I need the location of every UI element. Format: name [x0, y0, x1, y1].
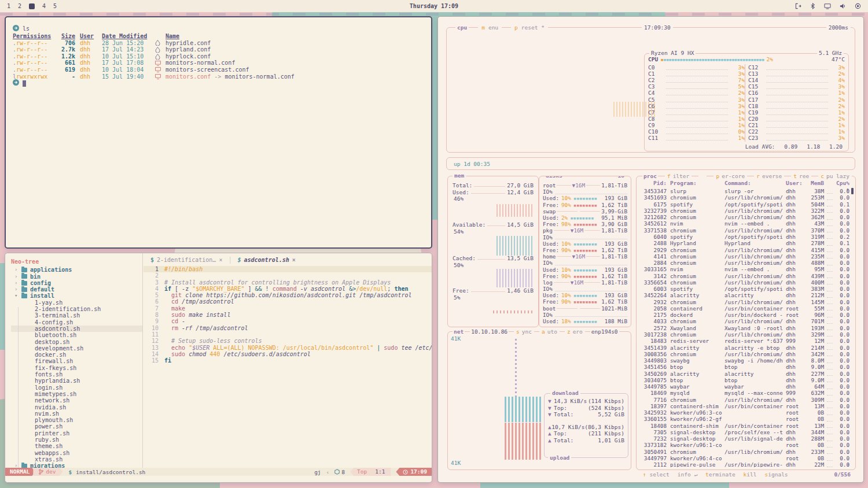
neotree-item[interactable]: mimetypes.sh	[11, 391, 142, 397]
process-row[interactable]: 6003 spotify /opt/spotify/spoti dhh 383M…	[640, 286, 849, 292]
nvim-window[interactable]: Neo-tree › applications › bin	[5, 253, 432, 483]
neotree-item[interactable]: firewall.sh	[11, 358, 142, 364]
neotree-item[interactable]: plymouth.sh	[11, 417, 142, 423]
logout-icon[interactable]	[795, 3, 801, 9]
filter-button[interactable]: filter	[665, 173, 692, 179]
process-row[interactable]: 3356654 chromium /usr/lib/chromium/ dhh …	[640, 279, 849, 286]
close-tab-icon[interactable]: ×	[219, 257, 222, 263]
workspace-3-active[interactable]	[29, 3, 35, 9]
neotree-item[interactable]: network.sh	[11, 397, 142, 404]
kill-button[interactable]: kill	[744, 471, 757, 478]
neotree-item[interactable]: hyprlandia.sh	[11, 378, 142, 384]
process-row[interactable]: 3451439 alacritty alacritty -e btop dhh …	[640, 344, 849, 350]
process-row[interactable]: 3142 chromium /usr/lib/chromium/ dhh 439…	[640, 272, 849, 279]
process-row[interactable]: 3449797 kworker/u96:4-co root 0B 0.0	[640, 455, 849, 461]
process-row[interactable]: 2488 Hyprland Hyprland dhh 278M 0.1	[640, 240, 849, 246]
disk-io-speed[interactable]: ▼16M	[571, 279, 583, 286]
tab-2-identification[interactable]: $ 2-identification… ×	[150, 257, 222, 263]
neotree-item[interactable]: ▾ install	[11, 293, 142, 299]
process-row[interactable]: 3212682 chromium /usr/lib/chromium/ dhh …	[640, 214, 849, 220]
sort-selector[interactable]: cpu lazy	[818, 173, 852, 179]
terminal-window-ls[interactable]: ls Permissions Size User Date Modified N…	[5, 16, 432, 249]
process-row[interactable]: 3373182 kworker/u96:1-co root 0B 0.0	[640, 442, 849, 448]
neotree-item[interactable]: printer.sh	[11, 430, 142, 437]
process-row[interactable]: 18408 containerd-shim /usr/bin/container…	[640, 423, 849, 429]
neotree-item[interactable]: › default	[11, 286, 142, 293]
proc-scrollbar[interactable]	[851, 188, 854, 194]
disk-io-speed[interactable]: ▼16M	[572, 253, 585, 260]
net-interface[interactable]: enp194s0	[590, 328, 619, 335]
refresh-interval[interactable]: 2000ms	[826, 24, 851, 31]
info-button[interactable]: info ↵	[678, 471, 697, 478]
process-row[interactable]: 3451693 chromium /usr/lib/chromium/ dhh …	[640, 194, 849, 201]
neotree-item[interactable]: 3-terminal.sh	[11, 312, 142, 319]
process-row[interactable]: 2572 Xwayland Xwayland :0 -rootl dhh 193…	[640, 325, 849, 331]
prompt-line-empty[interactable]	[13, 80, 431, 87]
process-row[interactable]: 18469 mysqld mysqld --max-conne 999 632M…	[640, 390, 849, 396]
neotree-item[interactable]: login.sh	[11, 385, 142, 391]
process-row[interactable]: 3050491 chromium /usr/lib/chromium/ dhh …	[640, 449, 849, 455]
neotree-item[interactable]: 4-config.sh	[11, 319, 142, 326]
process-row[interactable]: 3453347 slurp slurp -or dhh 38M 0.0	[640, 188, 849, 194]
process-row[interactable]: 3008356 chromium /usr/lib/chromium/ dhh …	[640, 351, 849, 357]
neotree-item[interactable]: fix-fkeys.sh	[11, 365, 142, 371]
power-icon[interactable]	[855, 3, 861, 9]
neotree-item[interactable]: webapps.sh	[11, 450, 142, 456]
neotree-item[interactable]: power.sh	[11, 423, 142, 430]
neotree-item[interactable]: 1-yay.sh	[11, 300, 142, 306]
select-hint[interactable]: ↑ select	[643, 471, 670, 478]
process-row[interactable]: 3449803 swaybg swaybg -i /home/dh dhh 8.…	[640, 357, 849, 364]
process-row[interactable]: 2112 pipewire-pulse /usr/bin/pipewire- d…	[640, 461, 849, 467]
per-core-toggle[interactable]: per-core	[713, 173, 747, 179]
neotree-item[interactable]: xtras.sh	[11, 456, 142, 463]
process-row[interactable]: 2932 chromium /usr/lib/chromium/ dhh 145…	[640, 299, 849, 305]
process-row[interactable]: 6040 spotify /opt/spotify/spoti dhh 319M…	[640, 234, 849, 240]
tree-toggle[interactable]: tree	[791, 173, 811, 179]
preset-button[interactable]: preset *	[511, 24, 548, 31]
process-list[interactable]: 3453347 slurp slurp -or dhh 38M 0.0 3451…	[640, 188, 849, 467]
workspace-2[interactable]: 2	[18, 3, 21, 9]
process-row[interactable]: 3452264 alacritty alacritty dhh 212M 0.0	[640, 292, 849, 298]
process-row[interactable]: 18483 redis-server redis-server *:637 99…	[640, 338, 849, 344]
process-row[interactable]: 2884 chromium /usr/lib/chromium/ dhh 488…	[640, 260, 849, 266]
neotree-item[interactable]: bluetooth.sh	[11, 332, 142, 338]
process-row[interactable]: 3450269 alacritty alacritty dhh 227M 0.0	[640, 370, 849, 376]
process-row[interactable]: 6175 spotify /opt/spotify/spoti dhh 504M…	[640, 201, 849, 208]
neotree-item[interactable]: development.sh	[11, 345, 142, 352]
workspace-4[interactable]: 4	[42, 3, 46, 9]
neotree-item[interactable]: › config	[11, 280, 142, 286]
neotree-item[interactable]: theme.sh	[11, 443, 142, 449]
process-row[interactable]: 18397 containerd-shim /usr/bin/container…	[640, 403, 849, 409]
process-row[interactable]: 3371538 chromium /usr/lib/chromium/ dhh …	[640, 227, 849, 234]
process-row[interactable]: 2175 dockerd /usr/bin/dockerd - root 96M…	[640, 312, 849, 318]
process-row[interactable]: 7305 signal-desktop /proc/self/exe --t d…	[640, 429, 849, 435]
workspace-1[interactable]: 1	[7, 3, 10, 9]
process-row[interactable]: 3449785 waybar waybar dhh 64M 0.0	[640, 383, 849, 390]
neotree-item[interactable]: 2-identification.sh	[11, 306, 142, 312]
process-row[interactable]: 3232739 chromium /usr/lib/chromium/ dhh …	[640, 208, 849, 214]
neotree-item[interactable]: nvidia.sh	[11, 404, 142, 411]
process-row[interactable]: 7716 chromium /usr/lib/chromium/ dhh 309…	[640, 397, 849, 403]
neotree-item[interactable]: asdcontrol.sh	[11, 326, 143, 332]
btop-window[interactable]: cpu menu preset * 17:09:30 2000ms Ryzen …	[437, 16, 864, 483]
process-row[interactable]: 2929 chromium /usr/lib/chromium/ dhh 415…	[640, 246, 849, 253]
neotree-item[interactable]: desktop.sh	[11, 339, 142, 345]
neotree-item[interactable]: ruby.sh	[11, 437, 142, 443]
workspace-5[interactable]: 5	[53, 3, 57, 9]
tab-asdcontrol[interactable]: $ asdcontrol.sh ×	[237, 257, 295, 263]
close-tab-icon[interactable]: ×	[292, 257, 296, 263]
reverse-toggle[interactable]: reverse	[754, 173, 784, 179]
process-row[interactable]: 3425932 kworker/u96:3-co root 0B 0.0	[640, 409, 849, 416]
neotree-item[interactable]: › bin	[11, 273, 142, 280]
neotree-item[interactable]: fonts.sh	[11, 371, 142, 378]
terminate-button[interactable]: terminate	[705, 471, 735, 478]
signals-button[interactable]: signals	[765, 471, 788, 478]
process-row[interactable]: 3452612 nvim nvim --embed . dhh 43M 0.0	[640, 220, 849, 227]
process-row[interactable]: 4033 chromium /usr/lib/chromium/ dhh 701…	[640, 318, 849, 324]
process-row[interactable]: 3451456 btop btop dhh 9.0M 0.0	[640, 364, 849, 370]
process-row[interactable]: 4141 chromium /usr/lib/chromium/ dhh 235…	[640, 253, 849, 260]
neotree-item[interactable]: docker.sh	[11, 352, 142, 358]
process-row[interactable]: 3017238 chromium /usr/lib/chromium/ dhh …	[640, 331, 849, 338]
screencast-icon[interactable]	[824, 3, 831, 9]
net-zero-toggle[interactable]: zero	[565, 328, 585, 335]
